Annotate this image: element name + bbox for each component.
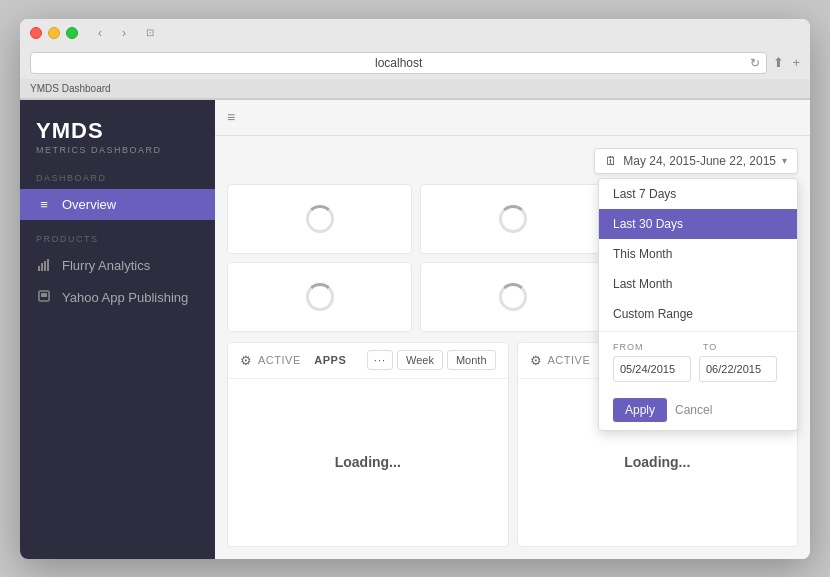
browser-titlebar: ‹ › ⊡ xyxy=(20,19,810,47)
apps-title-prefix: ACTIVE xyxy=(258,354,301,366)
panel-active-apps-title: ACTIVE APPS xyxy=(258,354,361,366)
toolbar: 🗓 May 24, 2015-June 22, 2015 ▾ Last 7 Da… xyxy=(227,148,798,174)
sidebar-item-label-yahoo: Yahoo App Publishing xyxy=(62,290,188,305)
companies-title-prefix: ACTIVE xyxy=(548,354,591,366)
apps-week-button[interactable]: Week xyxy=(397,350,443,370)
maximize-button[interactable] xyxy=(66,27,78,39)
main-header: ≡ xyxy=(215,100,810,136)
date-fields: 05/24/2015 06/22/2015 xyxy=(613,356,783,382)
browser-tab-bar: YMDS Dashboard xyxy=(20,79,810,99)
sidebar-section-dashboard: DASHBOARD xyxy=(20,159,215,189)
close-button[interactable] xyxy=(30,27,42,39)
calendar-icon: 🗓 xyxy=(605,154,617,168)
sidebar-item-flurry[interactable]: Flurry Analytics xyxy=(20,250,215,282)
share-icon[interactable]: ⬆ xyxy=(773,55,784,70)
dropdown-actions: Apply Cancel xyxy=(599,390,797,430)
dropdown-divider xyxy=(599,331,797,332)
dropdown-thismonth[interactable]: This Month xyxy=(599,239,797,269)
hamburger-icon[interactable]: ≡ xyxy=(227,109,235,125)
apps-loading-text: Loading... xyxy=(335,454,401,470)
svg-rect-1 xyxy=(41,263,43,271)
apps-dots-button[interactable]: ··· xyxy=(367,350,393,370)
dropdown-custom[interactable]: Custom Range xyxy=(599,299,797,329)
browser-chrome: ‹ › ⊡ localhost ↻ ⬆ + YMDS Dashboard xyxy=(20,19,810,100)
add-tab-icon[interactable]: + xyxy=(792,55,800,70)
panel-active-apps: ⚙ ACTIVE APPS ··· Week Month xyxy=(227,342,509,547)
metric-card-2 xyxy=(420,184,605,254)
sidebar-item-yahoo[interactable]: Yahoo App Publishing xyxy=(20,282,215,314)
apply-button[interactable]: Apply xyxy=(613,398,667,422)
date-inputs-section: FROM TO 05/24/2015 06/22/2015 xyxy=(599,334,797,390)
panel-active-apps-body: Loading... xyxy=(228,379,508,546)
fullscreen-button[interactable]: ⊡ xyxy=(140,23,160,43)
browser-window: ‹ › ⊡ localhost ↻ ⬆ + YMDS Dashboard YMD… xyxy=(20,19,810,559)
companies-loading-text: Loading... xyxy=(624,454,690,470)
svg-rect-0 xyxy=(38,266,40,271)
apps-month-button[interactable]: Month xyxy=(447,350,496,370)
content-area: 🗓 May 24, 2015-June 22, 2015 ▾ Last 7 Da… xyxy=(215,136,810,559)
to-date-input[interactable]: 06/22/2015 xyxy=(699,356,777,382)
sidebar-item-overview[interactable]: ≡ Overview xyxy=(20,189,215,220)
panel-active-apps-header: ⚙ ACTIVE APPS ··· Week Month xyxy=(228,343,508,379)
tab-title: YMDS Dashboard xyxy=(30,83,111,94)
app-container: YMDS METRICS DASHBOARD DASHBOARD ≡ Overv… xyxy=(20,100,810,559)
to-label: TO xyxy=(703,342,781,352)
browser-nav: ‹ › xyxy=(90,23,134,43)
url-text: localhost xyxy=(375,56,422,70)
from-date-input[interactable]: 05/24/2015 xyxy=(613,356,691,382)
dropdown-lastmonth[interactable]: Last Month xyxy=(599,269,797,299)
apps-title-strong: APPS xyxy=(314,354,346,366)
chevron-down-icon: ▾ xyxy=(782,155,787,166)
dropdown-last7[interactable]: Last 7 Days xyxy=(599,179,797,209)
back-button[interactable]: ‹ xyxy=(90,23,110,43)
address-bar[interactable]: localhost ↻ xyxy=(30,52,767,74)
minimize-button[interactable] xyxy=(48,27,60,39)
logo-subtitle: METRICS DASHBOARD xyxy=(36,145,199,155)
logo-text: YMDS xyxy=(36,118,199,144)
traffic-lights xyxy=(30,27,78,39)
svg-rect-2 xyxy=(44,261,46,271)
sidebar-section-products: PRODUCTS xyxy=(20,220,215,250)
metric-card-4 xyxy=(227,262,412,332)
svg-rect-3 xyxy=(47,259,49,271)
reload-button[interactable]: ↻ xyxy=(750,56,760,70)
date-labels: FROM TO xyxy=(613,342,783,352)
svg-rect-5 xyxy=(41,293,47,297)
flurry-icon xyxy=(36,258,52,274)
apps-panel-controls: ··· Week Month xyxy=(367,350,496,370)
companies-icon: ⚙ xyxy=(530,353,542,368)
sidebar: YMDS METRICS DASHBOARD DASHBOARD ≡ Overv… xyxy=(20,100,215,559)
forward-button[interactable]: › xyxy=(114,23,134,43)
sidebar-logo: YMDS METRICS DASHBOARD xyxy=(20,100,215,159)
apps-icon: ⚙ xyxy=(240,353,252,368)
spinner-1 xyxy=(306,205,334,233)
spinner-5 xyxy=(499,283,527,311)
date-range-label: May 24, 2015-June 22, 2015 xyxy=(623,154,776,168)
dropdown-last30[interactable]: Last 30 Days xyxy=(599,209,797,239)
address-bar-row: localhost ↻ ⬆ + xyxy=(20,47,810,79)
browser-right-icons: ⬆ + xyxy=(773,55,800,70)
main-content: ≡ 🗓 May 24, 2015-June 22, 2015 ▾ Last 7 … xyxy=(215,100,810,559)
sidebar-item-label-overview: Overview xyxy=(62,197,116,212)
from-label: FROM xyxy=(613,342,691,352)
metric-card-1 xyxy=(227,184,412,254)
cancel-button[interactable]: Cancel xyxy=(675,403,712,417)
spinner-4 xyxy=(306,283,334,311)
sidebar-item-label-flurry: Flurry Analytics xyxy=(62,258,150,273)
yahoo-icon xyxy=(36,290,52,306)
date-range-button[interactable]: 🗓 May 24, 2015-June 22, 2015 ▾ xyxy=(594,148,798,174)
overview-icon: ≡ xyxy=(36,197,52,212)
spinner-2 xyxy=(499,205,527,233)
date-dropdown: Last 7 Days Last 30 Days This Month Last… xyxy=(598,178,798,431)
metric-card-5 xyxy=(420,262,605,332)
